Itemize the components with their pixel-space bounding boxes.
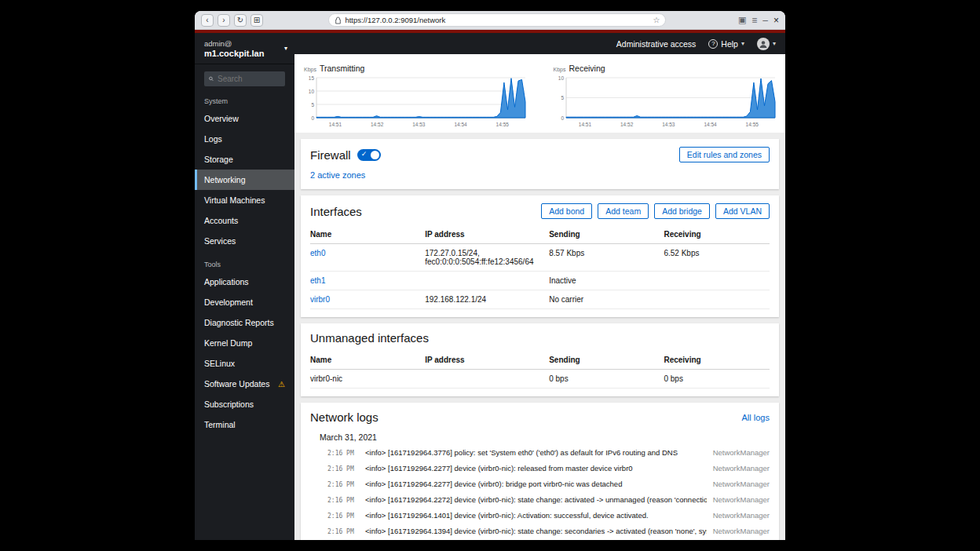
log-entry[interactable]: 2:16 PM <info> [1617192964.1401] device …	[310, 507, 770, 523]
table-row[interactable]: eth1 Inactive	[310, 272, 770, 290]
sidebar-item-virtual-machines[interactable]: Virtual Machines	[195, 190, 294, 210]
interface-link-eth1[interactable]: eth1	[310, 276, 325, 285]
svg-text:10: 10	[309, 89, 315, 94]
firewall-title: Firewall	[310, 148, 351, 162]
administrative-access-button[interactable]: Administrative access	[616, 39, 697, 49]
sidebar-item-kernel-dump[interactable]: Kernel Dump	[195, 333, 294, 353]
log-source: NetworkManager	[713, 464, 770, 473]
svg-text:14:52: 14:52	[620, 122, 633, 127]
sidebar-item-storage[interactable]: Storage	[195, 149, 294, 170]
receiving-plot: 105014:5114:5214:5314:5414:55	[552, 75, 778, 128]
column-header-receiving: Receiving	[664, 352, 770, 370]
log-entry[interactable]: 2:16 PM <info> [1617192964.2277] device …	[310, 476, 770, 491]
chevron-down-icon: ▾	[773, 40, 776, 47]
svg-text:14:54: 14:54	[704, 122, 717, 127]
sidebar-search[interactable]	[204, 71, 285, 86]
log-source: NetworkManager	[713, 480, 770, 488]
session-menu[interactable]: ▾	[757, 38, 776, 50]
log-entry[interactable]: 2:16 PM <info> [1617192964.3776] policy:…	[310, 444, 770, 460]
sidebar-item-diagnostic-reports[interactable]: Diagnostic Reports	[195, 312, 294, 333]
receiving-cell: 0 bps	[664, 370, 770, 389]
all-logs-link[interactable]: All logs	[742, 413, 770, 422]
svg-text:14:54: 14:54	[454, 122, 467, 127]
sidebar-item-services[interactable]: Services	[195, 231, 294, 251]
ip-line2: fec0:0:0:0:5054:ff:fe12:3456/64	[425, 257, 546, 266]
url-input[interactable]	[345, 16, 649, 24]
log-date-header: March 31, 2021	[320, 432, 770, 442]
add-team-button[interactable]: Add team	[598, 203, 649, 219]
svg-text:0: 0	[311, 115, 314, 121]
edit-rules-zones-button[interactable]: Edit rules and zones	[679, 147, 770, 162]
log-entry[interactable]: 2:16 PM <info> [1617192964.1388] device …	[310, 538, 770, 540]
add-bond-button[interactable]: Add bond	[541, 203, 592, 219]
add-vlan-button[interactable]: Add VLAN	[715, 203, 770, 219]
browser-toolbar: ‹ › ↻ ⊞ ☆ ▣ ≡ – ×	[195, 11, 785, 30]
receiving-chart: Kbps Receiving 105014:5114:5214:5314:541…	[552, 64, 778, 128]
table-row[interactable]: virbr0 192.168.122.1/24 No carrier	[310, 290, 770, 309]
interfaces-title: Interfaces	[310, 205, 362, 218]
networking-page: Kbps Transmitting 15105014:5114:5214:531…	[294, 54, 785, 540]
ip-cell	[425, 272, 549, 290]
log-source: NetworkManager	[713, 511, 770, 520]
search-input[interactable]	[218, 75, 280, 83]
sidebar-item-applications[interactable]: Applications	[195, 272, 294, 292]
forward-button[interactable]: ›	[218, 14, 230, 27]
log-entry[interactable]: 2:16 PM <info> [1617192964.2272] device …	[310, 491, 770, 507]
masthead: Administrative access ? Help ▾ ▾	[294, 33, 785, 54]
tab-overview-icon[interactable]: ▣	[738, 16, 746, 24]
firewall-toggle[interactable]: ✓	[357, 149, 381, 161]
new-tab-button[interactable]: ⊞	[250, 14, 263, 27]
column-header-receiving: Receiving	[664, 226, 770, 244]
chevron-down-icon: ▾	[284, 45, 287, 52]
chart-unit-label: Kbps	[304, 67, 316, 72]
help-menu[interactable]: ? Help ▾	[708, 39, 744, 49]
reload-button[interactable]: ↻	[234, 14, 247, 27]
active-zones-link[interactable]: 2 active zones	[310, 170, 365, 180]
add-bridge-button[interactable]: Add bridge	[654, 203, 710, 219]
sidebar-item-selinux[interactable]: SELinux	[195, 353, 294, 374]
log-time: 2:16 PM	[327, 465, 359, 473]
back-button[interactable]: ‹	[201, 14, 214, 27]
sidebar-item-logs[interactable]: Logs	[195, 129, 294, 149]
sidebar-item-software-updates[interactable]: Software Updates ⚠	[195, 374, 294, 394]
table-row[interactable]: eth0 172.27.0.15/24, fec0:0:0:0:5054:ff:…	[310, 244, 770, 272]
log-entry[interactable]: 2:16 PM <info> [1617192964.1394] device …	[310, 523, 770, 538]
sidebar-item-development[interactable]: Development	[195, 292, 294, 312]
sidebar-item-networking[interactable]: Networking	[195, 170, 294, 190]
search-icon	[209, 75, 214, 82]
log-time: 2:16 PM	[327, 450, 359, 457]
host-switcher[interactable]: admin@ m1.cockpit.lan ▾	[195, 33, 294, 64]
ip-line1: 172.27.0.15/24,	[425, 249, 546, 257]
interfaces-table: Name IP address Sending Receiving eth0 1…	[310, 226, 770, 309]
address-bar[interactable]: ☆	[328, 13, 666, 27]
column-header-name: Name	[310, 352, 425, 370]
sidebar-item-accounts[interactable]: Accounts	[195, 210, 294, 231]
chrome-controls: ▣ ≡ – ×	[738, 16, 779, 25]
sidebar-item-terminal[interactable]: Terminal	[195, 414, 294, 435]
svg-text:14:55: 14:55	[745, 122, 759, 127]
log-message: <info> [1617192964.1394] device (virbr0-…	[365, 527, 707, 535]
minimize-button[interactable]: –	[762, 16, 768, 25]
nav-section-system: System	[195, 88, 294, 108]
sending-cell: 8.57 Kbps	[549, 244, 664, 272]
transmitting-plot: 15105014:5114:5214:5314:5414:55	[302, 75, 528, 128]
svg-text:10: 10	[558, 75, 564, 81]
svg-text:14:51: 14:51	[578, 122, 591, 127]
sidebar-item-subscriptions[interactable]: Subscriptions	[195, 394, 294, 414]
svg-text:5: 5	[561, 95, 564, 100]
transmitting-chart: Kbps Transmitting 15105014:5114:5214:531…	[302, 64, 528, 128]
menu-icon[interactable]: ≡	[751, 16, 757, 25]
interface-link-virbr0[interactable]: virbr0	[310, 295, 330, 304]
close-button[interactable]: ×	[773, 16, 779, 25]
bookmark-star-icon[interactable]: ☆	[653, 16, 660, 24]
svg-text:5: 5	[311, 102, 314, 108]
unmanaged-table: Name IP address Sending Receiving virbr0…	[310, 352, 770, 389]
column-header-sending: Sending	[549, 226, 664, 244]
name-cell: virbr0-nic	[310, 370, 425, 389]
log-entry[interactable]: 2:16 PM <info> [1617192964.2277] device …	[310, 460, 770, 476]
sidebar-item-overview[interactable]: Overview	[195, 108, 294, 129]
receiving-cell	[664, 290, 770, 309]
svg-text:14:53: 14:53	[662, 122, 675, 127]
network-logs-card: Network logs All logs March 31, 2021 2:1…	[301, 403, 779, 540]
interface-link-eth0[interactable]: eth0	[310, 249, 325, 257]
